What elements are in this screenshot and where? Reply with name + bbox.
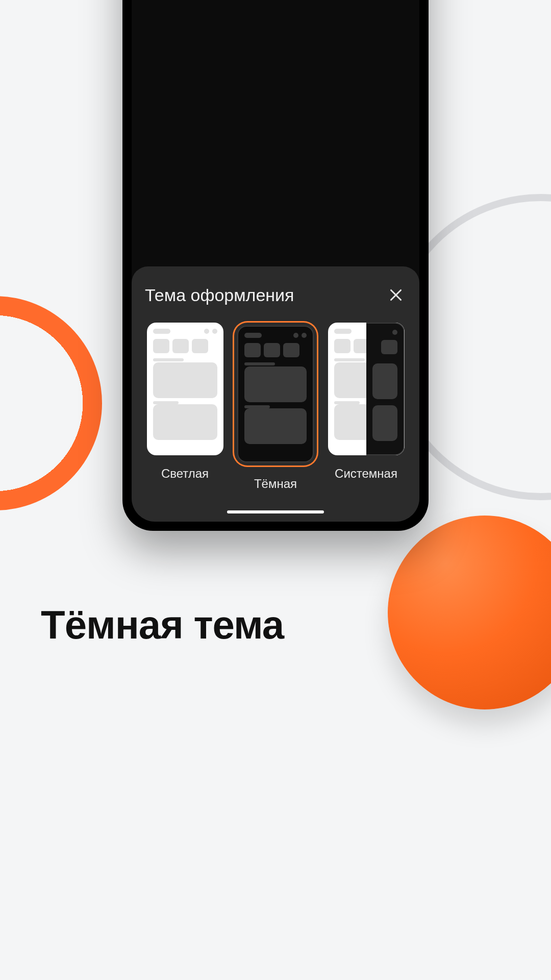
theme-option-system[interactable]: Системная <box>326 323 406 491</box>
phone-mockup: Тема оформления Тёмная Тема оформления <box>122 0 429 531</box>
preview-light <box>147 323 223 455</box>
close-button[interactable] <box>386 285 406 305</box>
sheet-title: Тема оформления <box>145 285 294 305</box>
theme-option-label: Светлая <box>161 467 209 481</box>
decor-ball-orange <box>388 516 551 709</box>
promo-headline: Тёмная тема <box>41 602 284 648</box>
theme-bottom-sheet: Тема оформления Светлая <box>132 266 419 522</box>
preview-system <box>328 323 405 455</box>
theme-option-label: Тёмная <box>254 477 297 491</box>
theme-option-dark[interactable]: Тёмная <box>234 323 317 491</box>
theme-option-label: Системная <box>335 467 397 481</box>
theme-options: Светлая Тёмная <box>145 323 406 491</box>
preview-dark <box>237 326 314 462</box>
phone-screen: Тема оформления Тёмная Тема оформления <box>132 0 419 522</box>
decor-ring-orange <box>0 296 102 510</box>
home-indicator[interactable] <box>227 510 324 513</box>
theme-option-light[interactable]: Светлая <box>145 323 225 491</box>
